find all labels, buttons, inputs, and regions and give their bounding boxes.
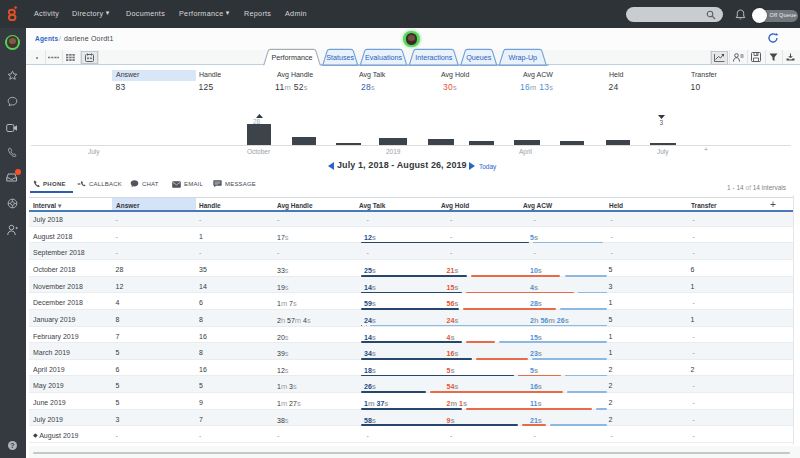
svg-text:Statuses: Statuses	[326, 53, 354, 62]
svg-text:Wrap-Up: Wrap-Up	[508, 53, 537, 62]
svg-text:Queues: Queues	[466, 53, 492, 62]
svg-text:Evaluations: Evaluations	[365, 53, 403, 62]
svg-text:Interactions: Interactions	[415, 53, 453, 62]
svg-text:Performance: Performance	[271, 53, 312, 62]
